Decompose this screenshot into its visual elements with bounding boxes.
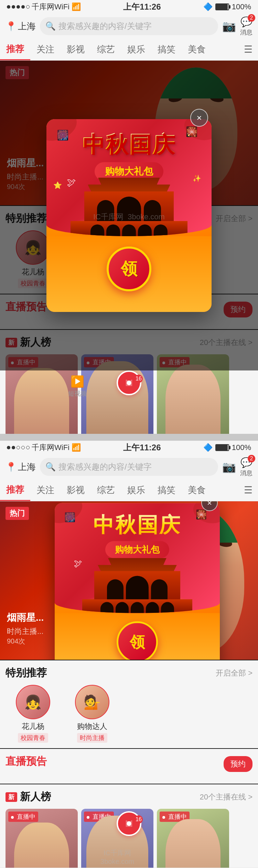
base-arch-3 (122, 224, 136, 236)
tab2-movies[interactable]: 影视 (61, 479, 91, 501)
watermark-card: IC千库网 3boke.com (100, 848, 134, 866)
new-list-more-2[interactable]: 20个主播在线 > (200, 792, 252, 802)
tab-recommend[interactable]: 推荐 (0, 39, 30, 60)
location-icon: 📍 (6, 21, 17, 32)
status-right-2: 🔷 100% (203, 443, 251, 452)
bluetooth-icon: 🔷 (203, 2, 213, 11)
nav-more-icon[interactable]: ☰ (238, 44, 258, 55)
message-badge: 2 (248, 14, 255, 22)
search-placeholder-2: 搜索感兴趣的内容/关键字 (58, 461, 152, 472)
streamer-tag2-1: 时尚主播 (77, 733, 107, 743)
recommend-row-2: 👧 花儿杨 校园青春 💁 购物达人 时尚主播 (6, 685, 252, 743)
live-preview-title-2: 直播预告 (6, 754, 47, 768)
content-area: 热门 烟雨星... 时尚主播... 904次 特别推荐 开启全部 > 👧 花儿杨… (0, 61, 258, 370)
camera-button-2[interactable]: 📷 (222, 460, 236, 473)
section-header-recommend-2: 特别推荐 开启全部 > (6, 666, 252, 680)
search-placeholder: 搜索感兴趣的内容/关键字 (58, 21, 152, 32)
battery-pct: 100% (232, 2, 251, 11)
recommend-card2-0[interactable]: 👧 花儿杨 校园青春 (6, 685, 61, 743)
search-input-wrap-2[interactable]: 🔍 搜索感兴趣的内容/关键字 (40, 458, 218, 476)
popup-card-2: 中秋国庆 购物大礼包 (55, 503, 220, 660)
dot2-3 (17, 446, 20, 449)
tab2-variety[interactable]: 综艺 (91, 479, 121, 501)
tab-food[interactable]: 美食 (182, 39, 212, 60)
location-button[interactable]: 📍 上海 (6, 20, 36, 32)
tab2-funny[interactable]: 搞笑 (151, 479, 182, 501)
message-badge-2: 2 (248, 455, 255, 462)
tab2-food[interactable]: 美食 (182, 479, 212, 501)
popup-top: 中秋国庆 购物大礼包 (46, 119, 212, 236)
popup-bottom-2: 领 (55, 613, 220, 660)
wifi-icon-2: 📶 (72, 443, 81, 452)
live-dot2-2 (162, 816, 165, 819)
star-1: ⭐ (53, 181, 62, 189)
tab-funny[interactable]: 搞笑 (151, 39, 182, 60)
status-right: 🔷 100% (203, 2, 251, 11)
base-arch-1 (90, 224, 104, 236)
live-label2-0: 直播中 (8, 812, 38, 822)
live-circle-button[interactable] (117, 370, 141, 395)
battery-pct-2: 100% (232, 443, 251, 452)
new-list-title-text-2: 新人榜 (20, 790, 51, 804)
popup-overlay: × 中秋国庆 购物大礼包 (0, 61, 258, 370)
hero-banner-2: 热门 烟雨星... 时尚主播... 904次 × 中秋国庆 (0, 501, 258, 660)
streamer-tag2-0: 校园青春 (18, 733, 48, 743)
live-card2-0[interactable]: 直播中 (6, 809, 78, 868)
base2-arch-3 (131, 602, 144, 613)
carrier-label: 千库网WiFi (32, 2, 69, 12)
tab-follow[interactable]: 关注 (30, 39, 61, 60)
location-label: 上海 (18, 20, 36, 32)
location-button-2[interactable]: 📍 上海 (6, 461, 36, 473)
claim-button[interactable]: 领 (107, 247, 151, 291)
location-label-2: 上海 (18, 461, 36, 473)
battery-fill (216, 4, 228, 10)
tab-variety[interactable]: 综艺 (91, 39, 121, 60)
arch-left (97, 200, 114, 222)
streamer-name2-0: 花儿杨 (22, 721, 44, 732)
tower-body (84, 191, 174, 222)
tab2-follow[interactable]: 关注 (30, 479, 61, 501)
dot2-1 (7, 446, 10, 449)
tab-movies[interactable]: 影视 (61, 39, 91, 60)
message-label: 消息 (240, 28, 252, 36)
recommend-card2-1[interactable]: 💁 购物达人 时尚主播 (65, 685, 120, 743)
tower-base (71, 221, 187, 236)
message-button-2[interactable]: 💬 2 消息 (240, 457, 252, 477)
tower-body-2 (94, 571, 180, 601)
special-recommend-section-2: 特别推荐 开启全部 > 👧 花儿杨 校园青春 💁 购物达人 时尚主播 (0, 660, 258, 748)
base-arch-5 (154, 224, 168, 236)
recommend-more-2[interactable]: 开启全部 > (216, 668, 252, 678)
message-label-2: 消息 (240, 469, 252, 477)
card2-person-2 (165, 819, 221, 868)
nav2-more-icon[interactable]: ☰ (238, 484, 258, 496)
live-card2-2[interactable]: 直播中 (157, 809, 229, 868)
search-input-wrap[interactable]: 🔍 搜索感兴趣的内容/关键字 (40, 17, 218, 35)
arch-center (117, 197, 141, 222)
arch-right (144, 200, 161, 222)
view-count-2: 904次 (7, 637, 44, 646)
phone-screen-2: 千库网WiFi 📶 上午11:26 🔷 100% 📍 上海 🔍 搜索感兴趣的内容… (0, 441, 258, 868)
dot-4 (21, 5, 25, 9)
tab2-recommend[interactable]: 推荐 (0, 479, 30, 501)
live-circle-button-2[interactable] (117, 811, 141, 836)
message-button[interactable]: 💬 2 消息 (240, 16, 252, 36)
nav-item-short-video[interactable]: ▶️ 短视频 (52, 375, 103, 398)
tab-entertainment[interactable]: 娱乐 (121, 39, 151, 60)
close-button[interactable]: × (190, 109, 208, 127)
signal-dots-2 (7, 446, 30, 449)
search-bar: 📍 上海 🔍 搜索感兴趣的内容/关键字 📷 💬 2 消息 (0, 14, 258, 39)
arch2-right (151, 579, 168, 601)
carrier-label-2: 千库网WiFi (32, 442, 69, 453)
dot2-2 (12, 446, 15, 449)
content-area-2: 热门 烟雨星... 时尚主播... 904次 × 中秋国庆 (0, 501, 258, 811)
claim-button-2[interactable]: 领 (117, 621, 158, 660)
search-bar-2: 📍 上海 🔍 搜索感兴趣的内容/关键字 📷 💬 2 消息 (0, 454, 258, 479)
reserve-button-2[interactable]: 预约 (224, 756, 252, 772)
live-count-badge-2: 16 (135, 815, 143, 824)
base-arch-2 (106, 224, 120, 236)
camera-button[interactable]: 📷 (222, 20, 236, 33)
tab2-entertainment[interactable]: 娱乐 (121, 479, 151, 501)
section-title-new-2: 新 新人榜 (6, 790, 51, 804)
status-time: 上午11:26 (123, 1, 161, 12)
search-icon-2: 🔍 (45, 462, 56, 472)
